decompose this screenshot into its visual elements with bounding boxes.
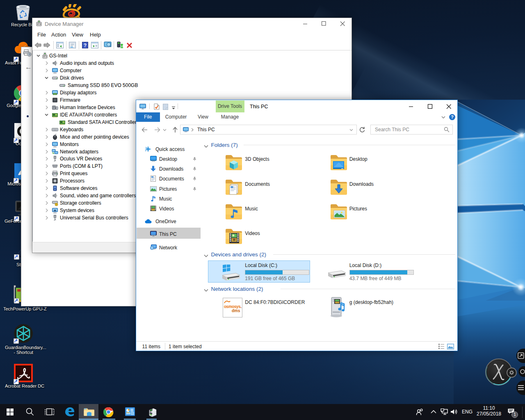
svg-text:?: ? [84,43,87,48]
